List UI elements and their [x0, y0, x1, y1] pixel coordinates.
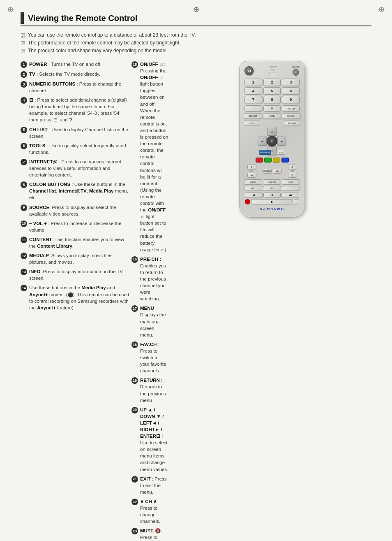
btn-col-left: 1 POWER : Turns the TV on and off. 2 TV …: [21, 61, 131, 541]
section-title-bar: [21, 12, 24, 24]
btn-item-7: 7 INTERNET@ : Press to use various inter…: [21, 158, 131, 178]
source-btn[interactable]: SOURCE: [263, 169, 272, 174]
info-btn[interactable]: INFO: [244, 186, 262, 191]
btn-item-2: 2 TV : Selects the TV mode directly.: [21, 71, 131, 78]
mute-btn[interactable]: 🔇: [273, 169, 282, 174]
page: ⊕ ⊕ ⊕ ⊕ ⊕ Viewing the Remote Control ☑ Y…: [0, 0, 392, 541]
btn-desc-13: INFO: Press to display information on th…: [29, 268, 131, 281]
color-btn-yellow[interactable]: [273, 158, 280, 163]
num-btn-8[interactable]: 8: [263, 96, 281, 103]
num-btn-9[interactable]: 9: [282, 96, 300, 103]
btn-num-8: 8: [21, 181, 27, 188]
color-buttons: [243, 158, 301, 163]
btn-num-7: 7: [21, 159, 27, 165]
btn-item-5: 5 CH LIST : Used to display Channel List…: [21, 126, 131, 139]
exit-btn[interactable]: EXIT: [277, 150, 285, 155]
chlist-btn[interactable]: CH LIST: [244, 113, 262, 119]
btn-item-4: 4 ⊟ : Press to select additional channel…: [21, 97, 131, 123]
tv-btn[interactable]: □: [270, 72, 276, 76]
btn-desc-14: Use these buttons in the Media Play and …: [29, 284, 131, 311]
intro-note-1-text: You can use the remote control up to a d…: [28, 32, 196, 38]
content-btn[interactable]: CONTENT: [263, 179, 281, 185]
color-btn-blue[interactable]: [281, 158, 289, 163]
onoff-label: ON/OFF: [292, 66, 300, 68]
btn-desc-5: CH LIST : Used to display Channel Lists …: [29, 126, 131, 139]
psize-btn[interactable]: P.SIZE: [282, 179, 300, 185]
favch-btn[interactable]: FAV.CH: [282, 113, 300, 119]
btn-item-12: 12 MEDIA.P: Allows you to play music fil…: [21, 252, 131, 265]
btn-item-11: 11 CONTENT: This function enables you to…: [21, 236, 131, 249]
fast-forward-btn[interactable]: ⏭: [281, 193, 299, 198]
btn-item-17: 17 MENU : Displays the main on-screen me…: [131, 305, 168, 338]
vol-dn-btn[interactable]: –: [247, 173, 256, 178]
btn-desc-8: COLOR BUTTONS : Use these buttons in the…: [29, 181, 131, 201]
tools-btn[interactable]: TOOLS: [244, 121, 260, 126]
btn-desc-12: MEDIA.P: Allows you to play music files,…: [29, 252, 131, 265]
remote-power-button[interactable]: ⏻: [244, 66, 254, 75]
corner-tr-mark: ⊕: [378, 5, 385, 14]
btn-desc-3: NUMERIC BUTTONS : Press to change the ch…: [29, 81, 131, 94]
mediap-btn[interactable]: MEDIA.P: [244, 179, 262, 185]
cc-btn[interactable]: CC: [282, 186, 300, 191]
num-btn-1[interactable]: 1: [244, 79, 262, 86]
intro-note-2: ☑ The performance of the remote control …: [21, 40, 371, 46]
num-btn-7[interactable]: 7: [244, 96, 262, 103]
btn-item-3: 3 NUMERIC BUTTONS : Press to change the …: [21, 81, 131, 94]
remote-wrapper: ⏻ POWER TV □ ON/OFF ☼: [239, 61, 305, 218]
btn-item-23: 23 MUTE 🔇 : Press to temporarily cut off…: [131, 527, 168, 541]
dpad-left[interactable]: ◄: [258, 137, 267, 146]
return-btn[interactable]: RETURN: [284, 121, 300, 126]
intro-note-1: ☑ You can use the remote control up to a…: [21, 32, 371, 39]
play-btn[interactable]: ▶: [251, 199, 293, 204]
btn-num-12: 12: [21, 253, 27, 259]
btn-item-19: 19 RETURN : Returns to the previous menu: [131, 377, 168, 403]
prech-btn[interactable]: PRE-CH: [282, 105, 300, 111]
btn-desc-18: FAV.CH : Press to switch to your favorit…: [140, 341, 168, 374]
btn-item-10: 10 – VOL + : Press to increase or decrea…: [21, 220, 131, 233]
num-btn-4[interactable]: 4: [244, 87, 262, 95]
btn-num-3: 3: [21, 81, 27, 88]
remote-onoff-button[interactable]: ☼: [293, 69, 299, 76]
vol-up-btn[interactable]: +: [247, 165, 256, 169]
section-title: Viewing the Remote Control: [28, 14, 137, 23]
dpad-right[interactable]: ►: [277, 137, 286, 146]
btn-desc-22: ∨ CH ∧ : Press to change channels.: [140, 498, 168, 525]
intro-note-2-text: The performance of the remote control ma…: [28, 40, 180, 46]
color-btn-red[interactable]: [256, 158, 263, 163]
btn-num-15: 15: [131, 61, 138, 68]
rewind-btn[interactable]: ⏮: [245, 193, 263, 198]
ch-up-btn[interactable]: ∧: [288, 165, 297, 169]
mts-btn[interactable]: MTS: [263, 186, 281, 191]
btn-item-20: 20 UP ▲ / DOWN ▼ / LEFT◄ / RIGHT► / ENTE…: [131, 406, 168, 473]
num-btn-6[interactable]: 6: [282, 87, 300, 95]
section-header: Viewing the Remote Control: [21, 12, 371, 26]
num-btn-3[interactable]: 3: [282, 79, 300, 86]
color-btn-green[interactable]: [264, 158, 272, 163]
btn-num-5: 5: [21, 127, 27, 133]
internet-btn[interactable]: INTERNET@: [259, 150, 271, 155]
playback-row-2: ▶: [243, 199, 301, 204]
dash-btn[interactable]: –: [244, 105, 262, 111]
record-btn[interactable]: [245, 199, 250, 204]
btn-num-1: 1: [21, 61, 27, 68]
num-btn-5[interactable]: 5: [263, 87, 281, 95]
content-area: 1 POWER : Turns the TV on and off. 2 TV …: [21, 61, 371, 541]
btn-two-col: 1 POWER : Turns the TV on and off. 2 TV …: [21, 61, 168, 541]
zero-btn[interactable]: 0: [263, 105, 281, 111]
stop-btn[interactable]: [294, 199, 299, 204]
dpad-enter[interactable]: ⊡: [267, 136, 277, 146]
btn-desc-4: ⊟ : Press to select additional channels …: [29, 97, 131, 123]
ch-dn-btn[interactable]: ∨: [288, 173, 297, 178]
btn-desc-10: – VOL + : Press to increase or decrease …: [29, 220, 131, 233]
pause-btn[interactable]: ⏸: [263, 193, 281, 198]
btn-item-15: 15 ON/OFF ☼: Pressing the ON/OFF ☼ light…: [131, 61, 168, 253]
btn-num-4: 4: [21, 97, 27, 104]
num-btn-2[interactable]: 2: [263, 79, 281, 86]
dpad-section: ▲ ▼ ◄ ► ⊡ INTERNET@ EXIT: [243, 127, 301, 156]
btn-num-6: 6: [21, 143, 27, 149]
btn-item-22: 22 ∨ CH ∧ : Press to change channels.: [131, 498, 168, 525]
corner-tl-mark: ⊕: [7, 5, 14, 14]
menu-btn[interactable]: MENU: [263, 113, 281, 119]
dpad-up[interactable]: ▲: [267, 127, 277, 136]
btn-num-21: 21: [131, 476, 138, 483]
